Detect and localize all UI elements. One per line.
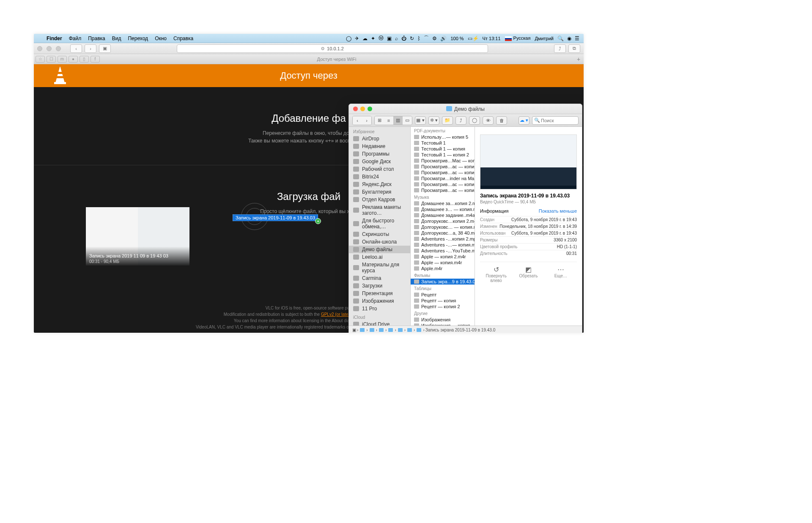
- list-item[interactable]: Adventures -…YouTube.mp3: [411, 248, 475, 254]
- sidebar-item[interactable]: Реклама макеты загото…: [349, 203, 410, 217]
- status-icon[interactable]: ◯: [344, 36, 353, 41]
- list-item[interactable]: Рецепт — копия 2: [411, 304, 475, 309]
- list-item[interactable]: Просматри…inder на Mac: [411, 175, 475, 181]
- status-icon[interactable]: ▣: [385, 36, 393, 41]
- address-bar[interactable]: ⊙ 10.0.1.2: [177, 44, 488, 53]
- favorite-icon[interactable]: ●: [69, 56, 78, 63]
- list-item[interactable]: Домашнее задание..m4a: [411, 212, 475, 218]
- list-item[interactable]: Adventures -…копия 2.mp3: [411, 236, 475, 242]
- new-folder-button[interactable]: 📁: [442, 116, 453, 125]
- bluetooth-icon[interactable]: ᛒ: [416, 36, 422, 41]
- gpl-link[interactable]: GPLv2 (or later): [321, 312, 351, 317]
- minimize-button[interactable]: [360, 107, 365, 111]
- sidebar-item[interactable]: Carmina: [349, 274, 410, 282]
- sidebar-item[interactable]: Для быстрого обмена,…: [349, 217, 410, 230]
- traffic-close[interactable]: [37, 46, 42, 51]
- telegram-icon[interactable]: ✈: [353, 36, 361, 41]
- share-button[interactable]: ⤴: [455, 116, 466, 125]
- status-icon[interactable]: Ⓜ: [377, 35, 385, 42]
- new-tab-button[interactable]: +: [573, 56, 584, 63]
- crop-button[interactable]: ◩Обрезать: [512, 266, 544, 283]
- favorite-icon[interactable]: ▯: [80, 56, 89, 63]
- list-item[interactable]: Изображения — копия: [411, 323, 475, 326]
- list-item[interactable]: Долгоруковс…а, 38 40.m4a: [411, 230, 475, 236]
- dropbox-button[interactable]: ☁ ▾: [518, 116, 529, 125]
- close-button[interactable]: [353, 107, 358, 111]
- sidebar-item[interactable]: Презентация: [349, 290, 410, 297]
- favorite-icon[interactable]: f: [91, 56, 100, 63]
- list-item[interactable]: Тестовый 1 — копия 2: [411, 152, 475, 158]
- status-icon[interactable]: ⌕: [393, 36, 400, 41]
- action-button[interactable]: ✲ ▾: [428, 116, 439, 125]
- battery-icon[interactable]: ▭⚡: [466, 36, 480, 41]
- list-item[interactable]: Рецепт — копия: [411, 298, 475, 304]
- traffic-min[interactable]: [47, 46, 52, 51]
- wifi-icon[interactable]: ⚙: [431, 36, 439, 41]
- trash-button[interactable]: 🗑: [496, 116, 507, 125]
- favorite-icon[interactable]: m: [58, 56, 67, 63]
- video-thumbnail[interactable]: Запись экрана 2019 11 09 в 19 43 03 00:3…: [86, 207, 189, 266]
- menu-item[interactable]: Переход: [124, 36, 151, 41]
- clock-text[interactable]: Чт 13:11: [480, 36, 503, 41]
- sidebar-item[interactable]: Бухгалтерия: [349, 188, 410, 196]
- spotlight-icon[interactable]: 🔍: [556, 36, 565, 41]
- list-item[interactable]: Домашнее з… — копия.m4a: [411, 206, 475, 212]
- sidebar-item[interactable]: iCloud Drive: [349, 320, 410, 326]
- sidebar-item[interactable]: Отдел Кадров: [349, 196, 410, 203]
- back-button[interactable]: ‹: [353, 116, 362, 125]
- sidebar-item[interactable]: Рабочий стол: [349, 165, 410, 173]
- list-item[interactable]: Запись экра…9 в 19.43.03: [411, 279, 475, 285]
- tabs-button[interactable]: ⧉: [568, 44, 580, 53]
- list-item[interactable]: Просматрив…ac — копия 5: [411, 187, 475, 193]
- list-item[interactable]: Просматрив…ac — копия 4: [411, 170, 475, 175]
- tags-button[interactable]: ◯: [469, 116, 480, 125]
- sidebar-item[interactable]: Недавние: [349, 142, 410, 150]
- view-list-button[interactable]: ≡: [384, 116, 393, 125]
- list-item[interactable]: Тестовый 1 — копия: [411, 146, 475, 152]
- favorite-icon[interactable]: ☆: [36, 56, 45, 63]
- traffic-max[interactable]: [56, 46, 61, 51]
- sidebar-item[interactable]: Яндекс.Диск: [349, 181, 410, 188]
- forward-button[interactable]: ›: [85, 44, 96, 53]
- sidebar-item[interactable]: AirDrop: [349, 135, 410, 142]
- group-button[interactable]: ▦ ▾: [415, 116, 426, 125]
- user-menu[interactable]: Дмитрий: [532, 36, 556, 41]
- list-item[interactable]: Домашнее за…копия 2.m4a: [411, 200, 475, 206]
- sidebar-button[interactable]: ▣: [99, 44, 111, 53]
- list-item[interactable]: Просматрив…Mac — копия: [411, 158, 475, 164]
- list-item[interactable]: Adventures -…— копия.mp3: [411, 242, 475, 248]
- input-source[interactable]: Русская: [503, 36, 533, 41]
- sidebar-item[interactable]: Leeloo.ai: [349, 253, 410, 261]
- maximize-button[interactable]: [368, 107, 372, 111]
- view-columns-button[interactable]: ▥: [393, 116, 403, 125]
- list-item[interactable]: Apple — копия 2.m4r: [411, 254, 475, 260]
- forward-button[interactable]: ›: [362, 116, 371, 125]
- show-less-button[interactable]: Показать меньше: [539, 208, 577, 214]
- time-machine-icon[interactable]: ↻: [408, 36, 416, 41]
- app-name[interactable]: Finder: [43, 36, 66, 41]
- list-item[interactable]: Apple.m4r: [411, 266, 475, 271]
- share-button[interactable]: ⤴: [554, 44, 566, 53]
- list-item[interactable]: Долгоруковс… — копия.m4a: [411, 224, 475, 230]
- tab-title[interactable]: Доступ через WiFi: [100, 57, 573, 62]
- notification-center-icon[interactable]: ☰: [573, 36, 581, 41]
- status-icon[interactable]: ✦: [369, 36, 377, 41]
- menu-item[interactable]: Правка: [85, 36, 109, 41]
- menu-item[interactable]: Вид: [109, 36, 125, 41]
- battery-text[interactable]: 100 %: [448, 36, 466, 41]
- menu-item[interactable]: Окно: [151, 36, 170, 41]
- sidebar-item[interactable]: Онлайн-школа: [349, 238, 410, 246]
- volume-icon[interactable]: 🔊: [439, 36, 448, 41]
- list-item[interactable]: Apple — копия.m4r: [411, 260, 475, 266]
- status-icon[interactable]: ⏻: [400, 36, 408, 41]
- list-item[interactable]: Изображения: [411, 317, 475, 323]
- siri-icon[interactable]: ◉: [565, 36, 573, 41]
- list-item[interactable]: Рецепт: [411, 292, 475, 298]
- list-item[interactable]: Просматрив…ac — копия 2: [411, 164, 475, 170]
- sidebar-item[interactable]: 11 Pro: [349, 305, 410, 312]
- more-button[interactable]: ⋯Еще…: [545, 266, 577, 283]
- list-item[interactable]: Долгоруковс…копия 2.m4a: [411, 218, 475, 224]
- view-icons-button[interactable]: ⊞: [375, 116, 384, 125]
- sidebar-item[interactable]: Скриншоты: [349, 230, 410, 238]
- list-item[interactable]: Просматрив…ac — копия 3: [411, 181, 475, 187]
